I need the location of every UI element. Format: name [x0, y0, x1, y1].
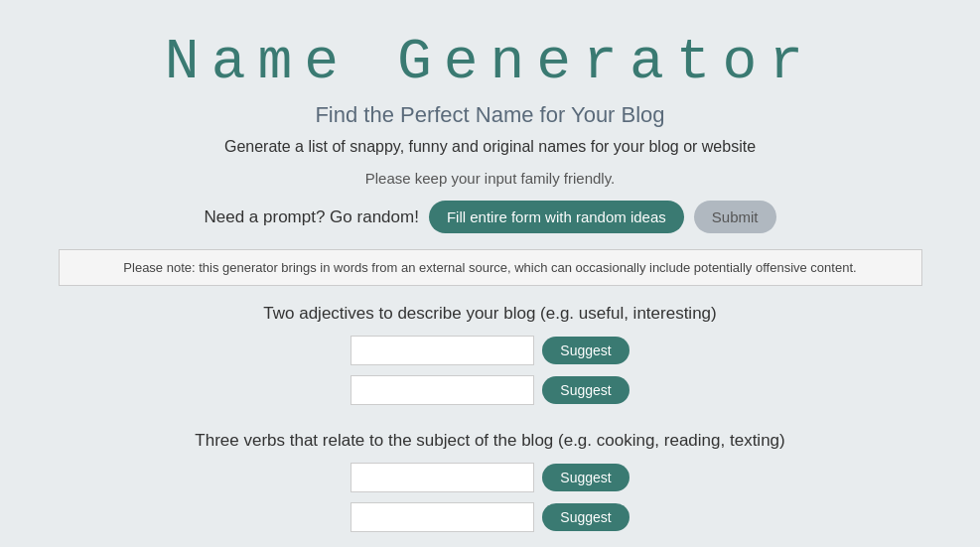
random-label: Need a prompt? Go random!	[204, 207, 418, 227]
adjective1-input[interactable]	[350, 336, 534, 365]
description: Generate a list of snappy, funny and ori…	[224, 138, 756, 156]
random-prompt-row: Need a prompt? Go random! Fill entire fo…	[204, 201, 775, 233]
adjective2-input[interactable]	[350, 375, 534, 405]
verb1-suggest-button[interactable]: Suggest	[542, 464, 629, 491]
adjectives-section-title: Two adjectives to describe your blog (e.…	[263, 304, 716, 324]
verbs-section-title: Three verbs that relate to the subject o…	[195, 431, 784, 451]
verb2-input[interactable]	[350, 502, 534, 532]
notice-box: Please note: this generator brings in wo…	[59, 249, 922, 286]
verb2-suggest-button[interactable]: Suggest	[542, 503, 629, 531]
family-friendly-note: Please keep your input family friendly.	[365, 170, 616, 187]
verb2-row: Suggest	[350, 502, 629, 532]
verb1-input[interactable]	[350, 463, 534, 492]
page-title: Name Generator	[165, 30, 815, 94]
fill-random-button[interactable]: Fill entire form with random ideas	[429, 201, 684, 233]
verb1-row: Suggest	[350, 463, 629, 492]
verbs-section: Three verbs that relate to the subject o…	[0, 431, 980, 542]
adjective1-suggest-button[interactable]: Suggest	[542, 337, 629, 364]
adjective1-row: Suggest	[350, 336, 629, 365]
adjective2-suggest-button[interactable]: Suggest	[542, 376, 629, 404]
submit-button[interactable]: Submit	[694, 201, 776, 233]
adjectives-section: Two adjectives to describe your blog (e.…	[0, 304, 980, 415]
adjective2-row: Suggest	[350, 375, 629, 405]
subtitle: Find the Perfect Name for Your Blog	[315, 102, 664, 128]
